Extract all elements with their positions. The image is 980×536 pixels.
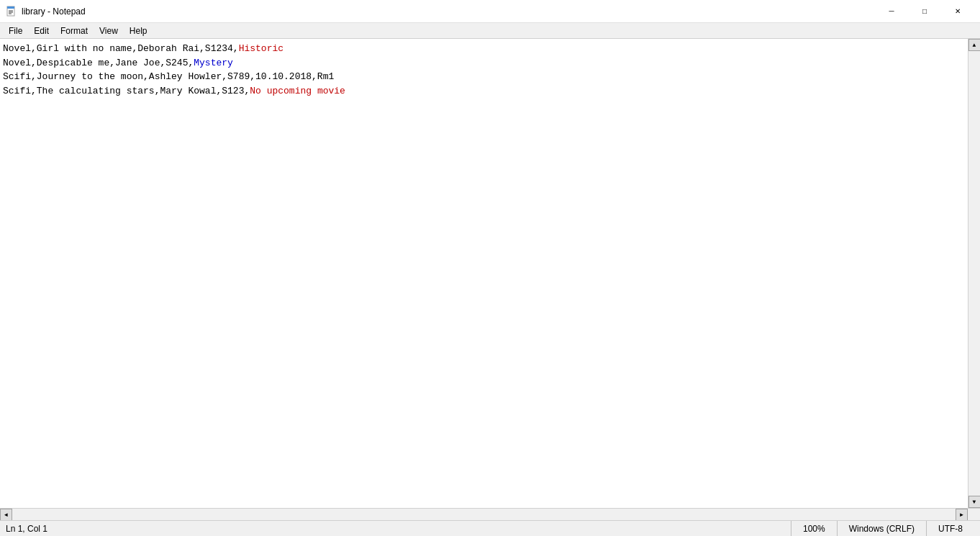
scroll-right-button[interactable]: ► <box>956 509 968 521</box>
close-button[interactable]: ✕ <box>941 0 974 23</box>
menu-help[interactable]: Help <box>124 24 153 37</box>
minimize-button[interactable]: ─ <box>875 0 908 23</box>
status-bar: Ln 1, Col 1 100% Windows (CRLF) UTF-8 <box>0 520 980 536</box>
text-line: Novel,Girl with no name,Deborah Rai,S123… <box>3 42 965 56</box>
text-line: Novel,Despicable me,Jane Joe,S245,Myster… <box>3 56 965 71</box>
menu-format[interactable]: Format <box>55 24 94 37</box>
text-line: Scifi,The calculating stars,Mary Kowal,S… <box>3 84 965 99</box>
notepad-icon <box>6 6 17 17</box>
editor-container: Novel,Girl with no name,Deborah Rai,S123… <box>0 39 980 508</box>
horizontal-scrollbar-container: ◄ ► <box>0 508 980 520</box>
encoding: UTF-8 <box>926 521 974 536</box>
menu-edit[interactable]: Edit <box>28 24 55 37</box>
svg-rect-1 <box>7 6 14 9</box>
scroll-left-button[interactable]: ◄ <box>0 509 12 521</box>
scroll-down-button[interactable]: ▼ <box>968 496 981 508</box>
title-bar: library - Notepad ─ □ ✕ <box>0 0 980 23</box>
title-bar-controls: ─ □ ✕ <box>875 0 974 23</box>
vertical-scrollbar[interactable]: ▲ ▼ <box>968 39 980 508</box>
line-ending: Windows (CRLF) <box>837 521 926 536</box>
scroll-track-h[interactable] <box>12 509 956 520</box>
scrollbar-corner <box>968 509 980 521</box>
maximize-button[interactable]: □ <box>908 0 941 23</box>
menu-file[interactable]: File <box>3 24 28 37</box>
window-title: library - Notepad <box>22 6 86 17</box>
scroll-up-button[interactable]: ▲ <box>968 39 981 51</box>
title-bar-left: library - Notepad <box>6 6 86 17</box>
menu-bar: File Edit Format View Help <box>0 23 980 39</box>
cursor-position: Ln 1, Col 1 <box>6 521 59 536</box>
scroll-track-v[interactable] <box>968 51 980 496</box>
menu-view[interactable]: View <box>94 24 124 37</box>
zoom-level: 100% <box>791 521 837 536</box>
editor-content[interactable]: Novel,Girl with no name,Deborah Rai,S123… <box>0 39 968 508</box>
text-line: Scifi,Journey to the moon,Ashley Howler,… <box>3 70 965 84</box>
